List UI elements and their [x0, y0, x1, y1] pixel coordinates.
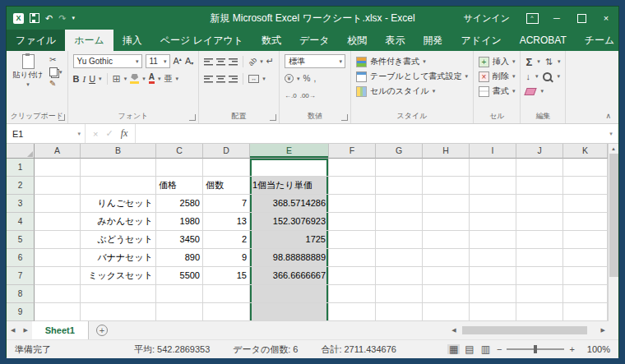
cell-B6[interactable]: バナナセット [81, 249, 156, 267]
cell-F3[interactable] [329, 195, 376, 213]
maximize-button[interactable] [569, 7, 594, 30]
cell-J4[interactable] [516, 213, 563, 231]
increase-decimal-icon[interactable]: ←.0 [285, 93, 297, 99]
row-header-4[interactable]: 4 [7, 213, 35, 231]
cell-C3[interactable]: 2580 [156, 195, 203, 213]
cell-D8[interactable] [203, 285, 250, 303]
zoom-level[interactable]: 100% [587, 344, 610, 354]
cell-C8[interactable] [156, 285, 203, 303]
cell-G8[interactable] [376, 285, 423, 303]
number-dialog-launcher-icon[interactable] [341, 114, 348, 121]
cell-I2[interactable] [470, 177, 516, 195]
column-header-F[interactable]: F [329, 144, 376, 159]
cell-G9[interactable] [376, 303, 423, 321]
cell-C6[interactable]: 890 [156, 249, 203, 267]
insert-function-icon[interactable]: fx [121, 127, 128, 140]
cell-F1[interactable] [329, 159, 376, 177]
cell-D3[interactable]: 7 [203, 195, 250, 213]
cell-J6[interactable] [516, 249, 563, 267]
scroll-right-icon[interactable]: ▶ [601, 327, 605, 334]
page-layout-view-icon[interactable]: ▤ [463, 344, 475, 354]
cell-E6[interactable]: 98.88888889 [250, 249, 329, 267]
align-center-icon[interactable] [216, 75, 225, 83]
cell-K1[interactable] [563, 159, 608, 177]
cell-J5[interactable] [516, 231, 563, 249]
cell-K4[interactable] [563, 213, 608, 231]
currency-format-icon[interactable]: ¥ [285, 74, 294, 83]
column-header-I[interactable]: I [470, 144, 516, 159]
vertical-scroll-thumb[interactable] [609, 154, 618, 277]
tab-page-layout[interactable]: ページ レイアウト [151, 30, 252, 51]
font-color-caret-icon[interactable]: ▾ [158, 76, 161, 82]
collapse-ribbon-icon[interactable]: ∧ [605, 112, 611, 120]
cell-A7[interactable] [35, 267, 81, 285]
cell-C1[interactable] [156, 159, 203, 177]
column-header-H[interactable]: H [423, 144, 470, 159]
cell-B8[interactable] [81, 285, 156, 303]
cell-D7[interactable]: 15 [203, 267, 250, 285]
cell-E7[interactable]: 366.6666667 [250, 267, 329, 285]
column-header-G[interactable]: G [376, 144, 423, 159]
column-header-A[interactable]: A [35, 144, 81, 159]
cell-D9[interactable] [203, 303, 250, 321]
qat-customize-icon[interactable]: ▾ [72, 15, 75, 21]
redo-icon[interactable]: ↷ [58, 14, 66, 23]
cell-E1[interactable] [250, 159, 329, 177]
horizontal-scroll-thumb[interactable] [462, 326, 587, 334]
bottom-align-icon[interactable] [229, 58, 238, 66]
zoom-slider-thumb[interactable] [534, 345, 537, 353]
borders-caret-icon[interactable]: ▾ [124, 76, 127, 82]
phonetic-guide-icon[interactable]: 亜 [164, 73, 172, 85]
cell-E9[interactable] [250, 303, 329, 321]
formula-input[interactable] [136, 124, 604, 143]
expand-formula-bar-icon[interactable]: ▾ [604, 124, 618, 143]
tab-developer[interactable]: 開発 [414, 30, 452, 51]
close-button[interactable]: × [594, 7, 618, 30]
cell-A2[interactable] [35, 177, 81, 195]
tab-insert[interactable]: 挿入 [113, 30, 151, 51]
cell-G6[interactable] [376, 249, 423, 267]
fill-icon[interactable]: ↓ [525, 72, 530, 81]
cell-I4[interactable] [470, 213, 516, 231]
zoom-out-icon[interactable]: − [497, 345, 502, 354]
cell-I6[interactable] [470, 249, 516, 267]
cell-J8[interactable] [516, 285, 563, 303]
cell-H2[interactable] [423, 177, 470, 195]
new-sheet-button[interactable]: + [96, 325, 108, 336]
cell-G7[interactable] [376, 267, 423, 285]
fill-caret-icon[interactable]: ▾ [535, 73, 539, 80]
confirm-entry-icon[interactable]: ✓ [105, 128, 113, 139]
find-select-icon[interactable] [543, 72, 552, 81]
cell-C9[interactable] [156, 303, 203, 321]
scroll-left-icon[interactable]: ◀ [451, 327, 456, 334]
cell-D6[interactable]: 9 [203, 249, 250, 267]
copy-icon[interactable]: ▾ [49, 67, 62, 76]
select-all-corner[interactable] [7, 144, 35, 159]
cell-H1[interactable] [423, 159, 470, 177]
column-header-D[interactable]: D [203, 144, 250, 159]
column-header-K[interactable]: K [563, 144, 608, 159]
cell-E5[interactable]: 1725 [250, 231, 329, 249]
font-color-icon[interactable]: A [149, 73, 155, 84]
cell-F8[interactable] [329, 285, 376, 303]
cell-K7[interactable] [563, 267, 608, 285]
merge-caret-icon[interactable]: ▾ [262, 76, 266, 82]
cell-A5[interactable] [35, 231, 81, 249]
font-dialog-launcher-icon[interactable] [189, 114, 196, 121]
vertical-scrollbar[interactable]: ▲ [608, 144, 618, 321]
paste-button[interactable]: 貼り付け ▾ [12, 54, 44, 88]
find-select-caret-icon[interactable]: ▾ [557, 73, 560, 80]
format-as-table-button[interactable]: テーブルとして書式設定 ▾ [356, 69, 468, 84]
delete-cells-button[interactable]: 削除 ▾ [479, 69, 516, 84]
zoom-slider[interactable] [507, 348, 564, 350]
currency-caret-icon[interactable]: ▾ [297, 76, 300, 82]
cell-E2[interactable]: 1個当たり単価 [250, 177, 329, 195]
cell-J9[interactable] [516, 303, 563, 321]
cell-K3[interactable] [563, 195, 608, 213]
cell-A1[interactable] [35, 159, 81, 177]
bold-button[interactable]: B [73, 74, 80, 84]
tab-file[interactable]: ファイル [7, 30, 65, 51]
tab-acrobat[interactable]: ACROBAT [511, 30, 576, 51]
clipboard-dialog-launcher-icon[interactable] [58, 114, 65, 121]
orientation-icon[interactable]: ab [247, 55, 258, 67]
